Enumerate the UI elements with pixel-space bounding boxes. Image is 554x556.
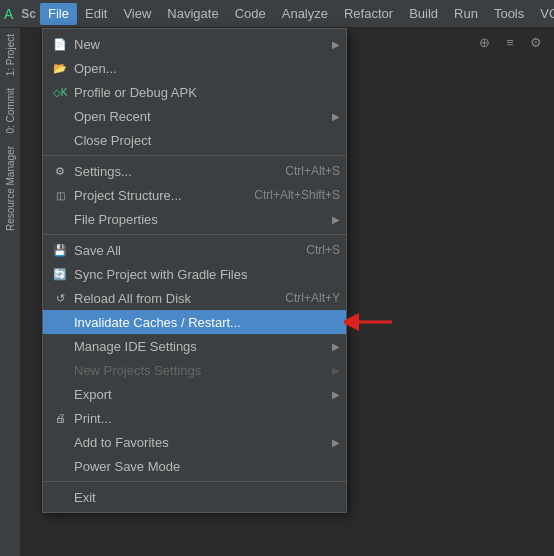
red-arrow-svg [344, 310, 394, 334]
project-structure-shortcut: Ctrl+Alt+Shift+S [254, 188, 340, 202]
gear-icon[interactable]: ⚙ [526, 32, 546, 52]
menu-item-add-favorites[interactable]: Add to Favorites ▶ [43, 430, 346, 454]
file-properties-arrow-icon: ▶ [332, 214, 340, 225]
menu-item-open-recent-label: Open Recent [74, 109, 328, 124]
menubar-item-refactor[interactable]: Refactor [336, 3, 401, 25]
menu-item-print-label: Print... [74, 411, 340, 426]
menu-item-open-recent[interactable]: Open Recent ▶ [43, 104, 346, 128]
reload-disk-shortcut: Ctrl+Alt+Y [285, 291, 340, 305]
new-arrow-icon: ▶ [332, 39, 340, 50]
separator-2 [43, 234, 346, 235]
menu-item-sync-gradle-label: Sync Project with Gradle Files [74, 267, 340, 282]
menubar-item-build[interactable]: Build [401, 3, 446, 25]
globe-icon[interactable]: ⊕ [474, 32, 494, 52]
menu-item-settings[interactable]: ⚙ Settings... Ctrl+Alt+S [43, 159, 346, 183]
file-dropdown-menu: 📄 New ▶ 📂 Open... ◇K Profile or Debug AP… [42, 28, 347, 513]
menu-item-new-label: New [74, 37, 328, 52]
open-recent-arrow-icon: ▶ [332, 111, 340, 122]
profile-icon: ◇K [51, 83, 69, 101]
menu-item-sync-gradle[interactable]: 🔄 Sync Project with Gradle Files [43, 262, 346, 286]
menubar-item-run[interactable]: Run [446, 3, 486, 25]
close-project-icon [51, 131, 69, 149]
menu-item-export-label: Export [74, 387, 328, 402]
sidebar-item-project[interactable]: 1: Project [3, 28, 18, 82]
menu-item-power-save[interactable]: Power Save Mode [43, 454, 346, 478]
menu-item-exit[interactable]: Exit [43, 485, 346, 509]
menu-item-close-project[interactable]: Close Project [43, 128, 346, 152]
menubar-item-edit[interactable]: Edit [77, 3, 115, 25]
menubar-item-tools[interactable]: Tools [486, 3, 532, 25]
menu-item-close-project-label: Close Project [74, 133, 340, 148]
project-structure-icon: ◫ [51, 186, 69, 204]
sidebar-item-commit[interactable]: 0: Commit [3, 82, 18, 140]
open-icon: 📂 [51, 59, 69, 77]
menubar-item-file[interactable]: File [40, 3, 77, 25]
export-icon [51, 385, 69, 403]
menu-item-file-properties[interactable]: File Properties ▶ [43, 207, 346, 231]
android-icon: A [4, 6, 13, 22]
menu-item-profile-debug[interactable]: ◇K Profile or Debug APK [43, 80, 346, 104]
manage-ide-icon [51, 337, 69, 355]
menu-item-manage-ide-label: Manage IDE Settings [74, 339, 328, 354]
new-projects-settings-icon [51, 361, 69, 379]
power-save-icon [51, 457, 69, 475]
menu-item-add-favorites-label: Add to Favorites [74, 435, 328, 450]
menu-item-exit-label: Exit [74, 490, 340, 505]
menu-item-new-projects-settings: New Projects Settings ▶ [43, 358, 346, 382]
menu-item-settings-label: Settings... [74, 164, 277, 179]
menu-item-open-label: Open... [74, 61, 340, 76]
menubar-item-code[interactable]: Code [227, 3, 274, 25]
menu-item-print[interactable]: 🖨 Print... [43, 406, 346, 430]
add-favorites-icon [51, 433, 69, 451]
save-all-icon: 💾 [51, 241, 69, 259]
invalidate-caches-icon [51, 313, 69, 331]
lines-icon[interactable]: ≡ [500, 32, 520, 52]
print-icon: 🖨 [51, 409, 69, 427]
menu-item-reload-disk[interactable]: ↺ Reload All from Disk Ctrl+Alt+Y [43, 286, 346, 310]
menu-item-profile-debug-label: Profile or Debug APK [74, 85, 340, 100]
menu-item-reload-disk-label: Reload All from Disk [74, 291, 277, 306]
top-right-toolbar: ⊕ ≡ ⚙ [474, 32, 546, 52]
main-area: ⊕ ≡ ⚙ 1: Project 0: Commit Resource Mana… [0, 28, 554, 556]
menubar-logo-label: Sc [17, 3, 40, 25]
menu-item-project-structure[interactable]: ◫ Project Structure... Ctrl+Alt+Shift+S [43, 183, 346, 207]
sync-gradle-icon: 🔄 [51, 265, 69, 283]
menu-item-save-all[interactable]: 💾 Save All Ctrl+S [43, 238, 346, 262]
red-arrow [344, 310, 394, 334]
menu-item-save-all-label: Save All [74, 243, 298, 258]
menu-item-invalidate-caches-label: Invalidate Caches / Restart... [74, 315, 340, 330]
new-projects-settings-arrow-icon: ▶ [332, 365, 340, 376]
manage-ide-arrow-icon: ▶ [332, 341, 340, 352]
add-favorites-arrow-icon: ▶ [332, 437, 340, 448]
menu-item-file-properties-label: File Properties [74, 212, 328, 227]
export-arrow-icon: ▶ [332, 389, 340, 400]
settings-icon: ⚙ [51, 162, 69, 180]
menu-item-manage-ide[interactable]: Manage IDE Settings ▶ [43, 334, 346, 358]
menu-item-export[interactable]: Export ▶ [43, 382, 346, 406]
menu-item-invalidate-caches[interactable]: Invalidate Caches / Restart... [43, 310, 346, 334]
menu-item-new[interactable]: 📄 New ▶ [43, 32, 346, 56]
settings-shortcut: Ctrl+Alt+S [285, 164, 340, 178]
side-toolbar: 1: Project 0: Commit Resource Manager [0, 28, 20, 556]
app-logo: A [4, 4, 13, 24]
menu-item-power-save-label: Power Save Mode [74, 459, 340, 474]
separator-1 [43, 155, 346, 156]
file-properties-icon [51, 210, 69, 228]
exit-icon [51, 488, 69, 506]
open-recent-icon [51, 107, 69, 125]
menubar: A Sc File Edit View Navigate Code Analyz… [0, 0, 554, 28]
menubar-item-vcs[interactable]: VCS [532, 3, 554, 25]
reload-disk-icon: ↺ [51, 289, 69, 307]
menu-item-project-structure-label: Project Structure... [74, 188, 246, 203]
menu-item-open[interactable]: 📂 Open... [43, 56, 346, 80]
menubar-item-analyze[interactable]: Analyze [274, 3, 336, 25]
save-all-shortcut: Ctrl+S [306, 243, 340, 257]
sidebar-item-resource-manager[interactable]: Resource Manager [3, 140, 18, 237]
menubar-item-view[interactable]: View [115, 3, 159, 25]
menubar-item-navigate[interactable]: Navigate [159, 3, 226, 25]
menu-item-new-projects-settings-label: New Projects Settings [74, 363, 328, 378]
separator-3 [43, 481, 346, 482]
new-icon: 📄 [51, 35, 69, 53]
